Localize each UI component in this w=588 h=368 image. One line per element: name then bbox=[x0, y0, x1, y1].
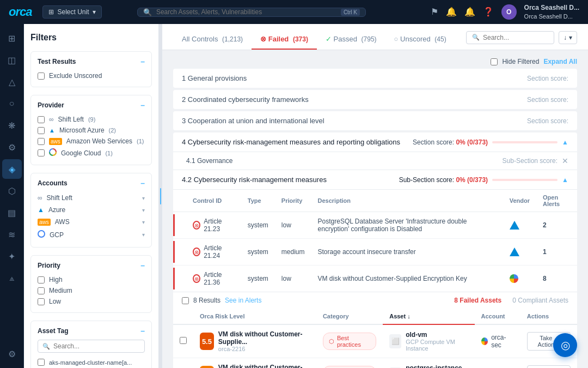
priority-low-checkbox[interactable] bbox=[38, 298, 45, 305]
accounts-collapse[interactable]: – bbox=[140, 179, 145, 188]
account-aws-chevron[interactable]: ▾ bbox=[142, 219, 145, 225]
sidebar-item-settings[interactable]: ⚙ bbox=[2, 137, 22, 157]
take-action-btn-2[interactable]: Take Action ▾ bbox=[527, 365, 571, 368]
subsection-4-2-header[interactable]: 4.2 Cybersecurity risk-management measur… bbox=[173, 170, 577, 190]
select-unit-button[interactable]: ⊞ Select Unit ▾ bbox=[42, 5, 101, 19]
account-azure-chevron[interactable]: ▾ bbox=[142, 207, 145, 213]
hide-filtered-checkbox[interactable] bbox=[491, 58, 498, 65]
sidebar-item-dashboard[interactable]: ⊞ bbox=[2, 28, 22, 48]
sidebar-item-integrations[interactable]: ❋ bbox=[2, 116, 22, 135]
flag-icon[interactable]: ⚑ bbox=[431, 7, 438, 17]
section-3-title: 3 Cooperation at union and international… bbox=[182, 117, 324, 125]
bell-alert-icon[interactable]: 🔔 bbox=[446, 7, 457, 17]
chat-fab-button[interactable]: ◎ bbox=[553, 333, 577, 357]
failed-assets-link[interactable]: 8 Failed Assets bbox=[454, 297, 501, 304]
avatar[interactable]: O bbox=[501, 4, 517, 20]
control-row-3-fail-icon: ⊗ bbox=[193, 274, 200, 283]
section-4-chevron-icon[interactable]: ▲ bbox=[562, 138, 568, 146]
account-azure: ▲ Azure ▾ bbox=[38, 204, 145, 216]
compliant-assets-link[interactable]: 0 Compliant Assets bbox=[512, 297, 568, 304]
priority-medium-checkbox[interactable] bbox=[38, 287, 45, 294]
asset-tag-item-1: aks-managed-cluster-name[a... bbox=[38, 357, 145, 367]
results-count: 8 Results bbox=[193, 297, 220, 304]
exclude-unscored-checkbox[interactable] bbox=[38, 73, 45, 80]
results-select-all[interactable] bbox=[182, 297, 189, 304]
asset-row-1-checkbox[interactable] bbox=[180, 337, 187, 344]
account-gcp-label: GCP bbox=[50, 231, 64, 239]
asset-row-1-id: orca-2216 bbox=[218, 346, 310, 352]
controls-table: Control ID Type Priority Description Ven… bbox=[173, 190, 577, 292]
account-gcp-chevron[interactable]: ▾ bbox=[142, 232, 145, 238]
accounts-section: Accounts – ∞ Shift Left ▾ ▲ Azure ▾ aws bbox=[30, 173, 152, 248]
provider-collapse[interactable]: – bbox=[140, 101, 145, 110]
sidebar-item-inventory[interactable]: ▤ bbox=[2, 203, 22, 222]
priority-high-checkbox[interactable] bbox=[38, 276, 45, 283]
asset-table: Orca Risk Level Category Asset ↓ Account… bbox=[173, 309, 577, 368]
section-2-row[interactable]: 2 Coordinated cybersecurity frameworks S… bbox=[173, 90, 577, 109]
sidebar-item-layout[interactable]: ◫ bbox=[2, 50, 22, 70]
account-shift-left-label: Shift Left bbox=[47, 194, 72, 202]
test-results-header: Test Results – bbox=[38, 57, 145, 66]
notification-icon[interactable]: 🔔 bbox=[464, 7, 475, 17]
subsection-4-2-progress bbox=[492, 179, 558, 181]
sidebar-item-alerts[interactable]: △ bbox=[2, 72, 22, 92]
account-shift-left-chevron[interactable]: ▾ bbox=[142, 195, 145, 201]
asset-col-asset[interactable]: Asset ↓ bbox=[383, 309, 474, 324]
section-3-row[interactable]: 3 Cooperation at union and international… bbox=[173, 111, 577, 130]
asset-tag-search-input[interactable] bbox=[53, 342, 140, 350]
asset-row-1-title-wrap: VM disk without Customer-Supplie... orca… bbox=[218, 330, 310, 352]
asset-tag-header: Asset Tag – bbox=[38, 327, 145, 335]
sidebar-item-split[interactable]: ⟁ bbox=[2, 268, 22, 288]
priority-collapse[interactable]: – bbox=[140, 261, 145, 270]
content-search-icon: 🔍 bbox=[472, 34, 480, 41]
provider-label: Provider bbox=[38, 101, 64, 109]
sidebar-item-chain[interactable]: ≋ bbox=[2, 225, 22, 244]
asset-col-actions: Actions bbox=[520, 309, 577, 324]
see-in-alerts-link[interactable]: See in Alerts bbox=[225, 297, 261, 304]
provider-gcp-checkbox[interactable] bbox=[38, 149, 45, 156]
tab-failed[interactable]: ⊗ Failed (373) bbox=[252, 31, 317, 50]
help-icon[interactable]: ❓ bbox=[483, 7, 494, 17]
asset-tag-collapse[interactable]: – bbox=[140, 327, 145, 335]
subsection-4-1-close[interactable]: ✕ bbox=[562, 156, 568, 165]
priority-section: Priority – High Medium Low bbox=[30, 255, 152, 313]
sidebar-item-search[interactable]: ○ bbox=[2, 94, 22, 113]
sidebar-item-gear[interactable]: ⚙ bbox=[2, 344, 22, 364]
tab-all-controls[interactable]: All Controls (1,213) bbox=[173, 31, 252, 50]
content-search-input[interactable] bbox=[483, 34, 548, 41]
provider-azure-count: (2) bbox=[109, 127, 116, 134]
subsection-4-2-chevron-icon[interactable]: ▲ bbox=[562, 176, 568, 184]
subsection-4-1-row[interactable]: 4.1 Governance Sub-Section score: ✕ bbox=[173, 152, 577, 170]
tab-passed[interactable]: ✓ Passed (795) bbox=[317, 31, 385, 50]
control-row-2-fail-icon: ⊗ bbox=[193, 248, 200, 256]
asset-row-2-account: orca-sec bbox=[475, 358, 520, 369]
sidebar-item-star[interactable]: ✦ bbox=[2, 246, 22, 266]
section-4-header[interactable]: 4 Cybersecurity risk-management measures… bbox=[173, 132, 577, 152]
download-button[interactable]: ↓ ▾ bbox=[559, 31, 577, 44]
asset-tag-section: Asset Tag – 🔍 aks-managed-cluster-name[a… bbox=[30, 321, 152, 368]
section-1-title: 1 General provisions bbox=[182, 74, 247, 82]
filter-resize-handle[interactable] bbox=[159, 24, 162, 368]
sidebar-item-network[interactable]: ⬡ bbox=[2, 181, 22, 201]
asset-tag-checkbox-1[interactable] bbox=[38, 359, 45, 366]
provider-gcp-count: (1) bbox=[105, 150, 112, 156]
provider-azure-checkbox[interactable] bbox=[38, 127, 45, 134]
account-azure-icon: ▲ bbox=[38, 206, 44, 214]
account-aws-icon: aws bbox=[38, 219, 51, 226]
control-row-2-desc: Storage account insecure transfer bbox=[311, 239, 503, 266]
section-1-row[interactable]: 1 General provisions Section score: bbox=[173, 69, 577, 88]
sidebar-item-compliance[interactable]: ◈ bbox=[2, 159, 22, 179]
provider-shift-left-checkbox[interactable] bbox=[38, 116, 45, 123]
control-row-1: ⊗ Article 21.23 system low PostgreSQL Da… bbox=[173, 212, 577, 239]
category-label-1: Best practices bbox=[337, 335, 370, 348]
tabs-row: All Controls (1,213) ⊗ Failed (373) ✓ Pa… bbox=[173, 31, 577, 50]
test-results-collapse[interactable]: – bbox=[140, 57, 145, 66]
expand-all-button[interactable]: Expand All bbox=[543, 58, 577, 65]
provider-section: Provider – ∞ Shift Left (9) ▲ Microsoft … bbox=[30, 95, 152, 165]
tab-unscored[interactable]: ○ Unscored (45) bbox=[385, 31, 455, 50]
topnav-search-input[interactable] bbox=[156, 8, 336, 16]
provider-aws-checkbox[interactable] bbox=[38, 138, 45, 145]
app-body: ⊞ ◫ △ ○ ❋ ⚙ ◈ ⬡ ▤ ≋ ✦ ⟁ ⚙ Filters Test R… bbox=[0, 24, 588, 368]
control-row-2-id: ⊗ Article 21.24 bbox=[186, 239, 241, 266]
tab-failed-label: Failed bbox=[268, 35, 291, 43]
